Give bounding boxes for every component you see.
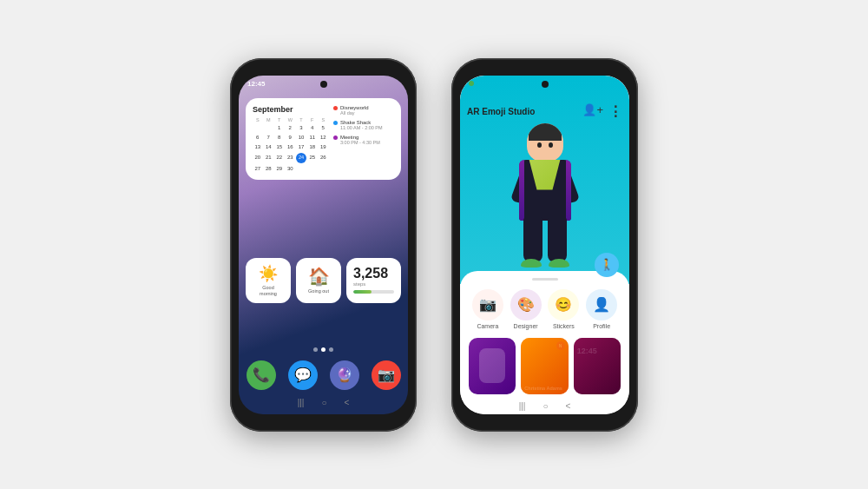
phone2-screen: AR Emoji Studio 👤+ ⋮ bbox=[460, 76, 629, 414]
emoji-character bbox=[502, 115, 589, 271]
menu-item-profile[interactable]: 👤 Profile bbox=[586, 289, 617, 329]
emoji-shoe-right bbox=[549, 259, 569, 268]
ar-app-title: AR Emoji Studio bbox=[467, 107, 535, 116]
camera-dot-2 bbox=[542, 81, 549, 88]
thumb1-content bbox=[479, 348, 505, 383]
thumbnail-row: N Christina Adams 12:45 bbox=[469, 338, 621, 394]
thumbnail-3[interactable]: 12:45 bbox=[574, 338, 621, 394]
dot-1 bbox=[313, 347, 318, 352]
person-add-icon[interactable]: 👤+ bbox=[582, 103, 603, 120]
nav2-back-icon[interactable]: < bbox=[566, 401, 571, 411]
emoji-body bbox=[519, 160, 571, 221]
emoji-shoes bbox=[521, 259, 569, 268]
thumbnail-1[interactable] bbox=[469, 338, 516, 394]
nav-back-icon[interactable]: < bbox=[345, 398, 350, 407]
steps-progress-bar bbox=[353, 290, 394, 294]
emoji-eyes bbox=[537, 142, 553, 148]
emoji-leg-right bbox=[548, 217, 567, 262]
cal-header-t1: T bbox=[274, 117, 285, 122]
dock-messages[interactable]: 💬 bbox=[288, 360, 318, 390]
emoji-leg-left bbox=[523, 217, 542, 262]
calendar-events: Disneyworld All day Shake Shack 11:00 AM… bbox=[333, 105, 394, 174]
ar-bottom-panel: 📷 Camera 🎨 Designer 😊 Stickers 👤 Profile bbox=[460, 271, 629, 414]
steps-widget[interactable]: 3,258 steps bbox=[346, 258, 401, 303]
screen-nav-1: ||| ○ < bbox=[239, 398, 408, 407]
event-3: Meeting 3:00 PM - 4:30 PM bbox=[333, 135, 394, 145]
emoji-legs bbox=[523, 217, 567, 262]
phone-1: 12:45 September S M T W T F S 1 bbox=[230, 58, 417, 432]
calendar-grid: S M T W T F S 1 2 3 4 5 6 bbox=[253, 117, 328, 174]
cal-header-m: M bbox=[264, 117, 274, 122]
calendar-widget[interactable]: September S M T W T F S 1 2 3 4 bbox=[246, 98, 401, 181]
cal-header-f: F bbox=[307, 117, 318, 122]
event-dot-1 bbox=[333, 106, 338, 110]
nav-home-icon[interactable]: ○ bbox=[321, 398, 326, 407]
steps-count: 3,258 bbox=[353, 267, 394, 281]
emoji-hair bbox=[529, 123, 562, 141]
dock-bixby[interactable]: 🔮 bbox=[330, 360, 359, 390]
home-label: Going out bbox=[308, 288, 329, 294]
dock-phone[interactable]: 📞 bbox=[247, 360, 276, 390]
emoji-shoe-left bbox=[521, 259, 542, 268]
cal-header-s: S bbox=[253, 117, 263, 122]
home-widget[interactable]: 🏠 Going out bbox=[296, 258, 341, 303]
ar-header: AR Emoji Studio 👤+ ⋮ bbox=[467, 95, 622, 120]
ar-menu: 📷 Camera 🎨 Designer 😊 Stickers 👤 Profile bbox=[469, 289, 621, 329]
event-dot-2 bbox=[333, 121, 338, 125]
designer-menu-icon: 🎨 bbox=[510, 289, 542, 320]
jacket-right-trim bbox=[566, 160, 571, 221]
time-display: 12:45 bbox=[247, 80, 265, 88]
camera-dot bbox=[320, 81, 327, 88]
phone1-screen: 12:45 September S M T W T F S 1 bbox=[239, 76, 408, 414]
camera-label: Camera bbox=[477, 323, 498, 329]
event-2: Shake Shack 11:00 AM - 2:00 PM bbox=[333, 120, 394, 130]
profile-menu-icon: 👤 bbox=[586, 289, 617, 320]
event-time-3: 3:00 PM - 4:30 PM bbox=[340, 140, 380, 145]
calendar-month: September bbox=[253, 105, 328, 114]
screen-nav-2: ||| ○ < bbox=[469, 401, 621, 411]
menu-item-designer[interactable]: 🎨 Designer bbox=[510, 289, 542, 329]
phone-2: AR Emoji Studio 👤+ ⋮ bbox=[451, 58, 638, 432]
event-time-1: All day bbox=[340, 110, 369, 116]
cal-header-t2: T bbox=[296, 117, 306, 122]
jacket-left-trim bbox=[519, 160, 524, 221]
today-date: 24 bbox=[296, 153, 306, 163]
emoji-eye-right bbox=[549, 142, 553, 148]
calendar-left: September S M T W T F S 1 2 3 4 bbox=[253, 105, 328, 174]
camera-menu-icon: 📷 bbox=[472, 289, 503, 320]
home-icon: 🏠 bbox=[308, 266, 330, 287]
nav2-recent-icon[interactable]: ||| bbox=[519, 401, 526, 411]
status-indicator bbox=[469, 81, 474, 86]
event-time-2: 11:00 AM - 2:00 PM bbox=[340, 125, 383, 130]
app-dock: 📞 💬 🔮 📷 bbox=[246, 360, 401, 390]
menu-item-stickers[interactable]: 😊 Stickers bbox=[548, 289, 579, 329]
cal-header-s2: S bbox=[319, 117, 329, 122]
walk-button[interactable]: 🚶 bbox=[595, 253, 619, 277]
designer-label: Designer bbox=[514, 323, 538, 329]
emoji-jacket-accent bbox=[519, 160, 571, 190]
weather-widget[interactable]: ☀️ Goodmorning bbox=[246, 258, 291, 303]
steps-bar-fill bbox=[353, 290, 372, 294]
more-vert-icon[interactable]: ⋮ bbox=[608, 103, 622, 120]
dock-camera[interactable]: 📷 bbox=[372, 360, 401, 390]
ar-header-icons: 👤+ ⋮ bbox=[582, 103, 622, 120]
emoji-eye-left bbox=[537, 142, 542, 148]
widgets-row: ☀️ Goodmorning 🏠 Going out 3,258 steps bbox=[246, 258, 401, 303]
panel-handle bbox=[532, 278, 558, 281]
profile-label: Profile bbox=[593, 323, 610, 329]
page-dots bbox=[239, 347, 408, 352]
steps-label: steps bbox=[353, 281, 394, 287]
cal-header-w: W bbox=[286, 117, 296, 122]
thumbnail-2[interactable]: N Christina Adams bbox=[521, 338, 568, 394]
event-dot-3 bbox=[333, 135, 338, 140]
nav2-home-icon[interactable]: ○ bbox=[542, 401, 548, 411]
menu-item-camera[interactable]: 📷 Camera bbox=[472, 289, 503, 329]
event-1: Disneyworld All day bbox=[333, 105, 394, 116]
nav-recent-icon[interactable]: ||| bbox=[298, 398, 305, 407]
dot-2 bbox=[321, 347, 326, 352]
weather-label: Goodmorning bbox=[260, 285, 277, 296]
dot-3 bbox=[329, 347, 333, 352]
event-title-1: Disneyworld bbox=[340, 105, 369, 110]
sun-icon: ☀️ bbox=[259, 264, 278, 283]
stickers-menu-icon: 😊 bbox=[548, 289, 579, 320]
